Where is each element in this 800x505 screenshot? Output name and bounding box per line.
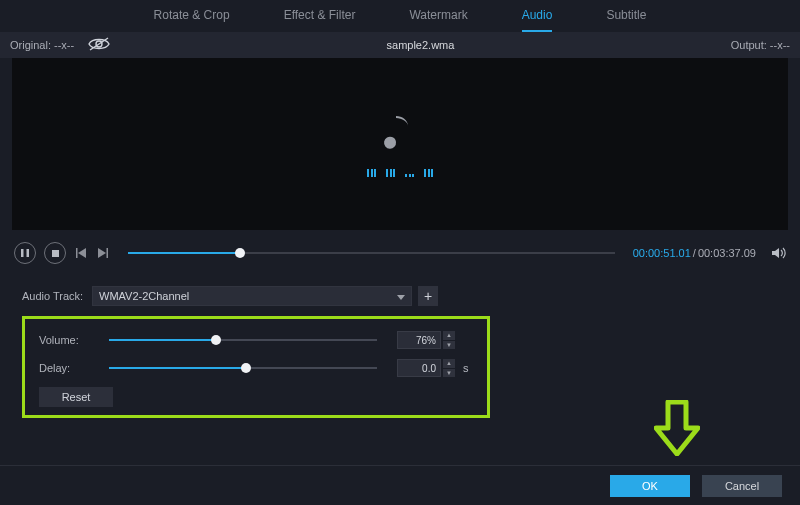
volume-value-input[interactable]: 76% (397, 331, 441, 349)
audio-track-select[interactable]: WMAV2-2Channel (92, 286, 412, 306)
svg-marker-7 (98, 248, 106, 258)
volume-spinner: ▲ ▼ (443, 331, 455, 349)
delay-label: Delay: (39, 362, 109, 374)
cancel-button[interactable]: Cancel (702, 475, 782, 497)
svg-rect-5 (76, 248, 78, 258)
duration-time: 00:03:37.09 (698, 247, 756, 259)
svg-rect-8 (107, 248, 109, 258)
preview-toggle-icon[interactable] (88, 37, 110, 53)
svg-marker-9 (772, 248, 779, 258)
progress-thumb[interactable] (235, 248, 245, 258)
delay-spinner: ▲ ▼ (443, 359, 455, 377)
svg-marker-6 (78, 248, 86, 258)
equalizer-icon (367, 169, 433, 177)
original-label: Original: --x-- (10, 39, 74, 51)
playback-bar: 00:00:51.01/00:03:37.09 (0, 230, 800, 276)
dialog-footer: OK Cancel (0, 465, 800, 505)
audio-settings: Audio Track: WMAV2-2Channel + Volume: 76… (0, 276, 800, 418)
stop-button[interactable] (44, 242, 66, 264)
audio-track-label: Audio Track: (22, 290, 92, 302)
volume-icon[interactable] (772, 246, 786, 260)
output-label: Output: --x-- (731, 39, 790, 51)
delay-unit-label: s (463, 362, 469, 374)
dropdown-arrow-icon (397, 290, 405, 302)
progress-slider[interactable] (128, 252, 615, 254)
tab-audio[interactable]: Audio (522, 8, 553, 32)
play-pause-button[interactable] (14, 242, 36, 264)
volume-step-down[interactable]: ▼ (443, 341, 455, 350)
volume-step-up[interactable]: ▲ (443, 331, 455, 341)
music-note-icon (382, 112, 418, 155)
preview-pane (12, 58, 788, 230)
ok-button[interactable]: OK (610, 475, 690, 497)
volume-label: Volume: (39, 334, 109, 346)
current-time: 00:00:51.01 (633, 247, 691, 259)
filename-label: sample2.wma (387, 39, 455, 51)
next-frame-button[interactable] (96, 246, 110, 260)
tab-bar: Rotate & Crop Effect & Filter Watermark … (0, 0, 800, 32)
delay-step-down[interactable]: ▼ (443, 369, 455, 378)
volume-slider-thumb[interactable] (211, 335, 221, 345)
tab-rotate-crop[interactable]: Rotate & Crop (154, 8, 230, 32)
tab-effect-filter[interactable]: Effect & Filter (284, 8, 356, 32)
volume-slider[interactable] (109, 339, 377, 341)
svg-rect-2 (21, 249, 24, 257)
delay-slider-thumb[interactable] (241, 363, 251, 373)
info-bar: Original: --x-- sample2.wma Output: --x-… (0, 32, 800, 58)
audio-track-value: WMAV2-2Channel (99, 290, 189, 302)
arrow-annotation (654, 400, 700, 459)
timecode-display: 00:00:51.01/00:03:37.09 (633, 247, 756, 259)
tab-subtitle[interactable]: Subtitle (606, 8, 646, 32)
tab-watermark[interactable]: Watermark (409, 8, 467, 32)
reset-button[interactable]: Reset (39, 387, 113, 407)
svg-marker-10 (397, 295, 405, 300)
delay-value-input[interactable]: 0.0 (397, 359, 441, 377)
delay-slider[interactable] (109, 367, 377, 369)
highlight-annotation: Volume: 76% ▲ ▼ Delay: 0.0 ▲ ▼ s (22, 316, 490, 418)
svg-rect-4 (52, 250, 59, 257)
add-audio-track-button[interactable]: + (418, 286, 438, 306)
svg-rect-3 (27, 249, 30, 257)
delay-step-up[interactable]: ▲ (443, 359, 455, 369)
prev-frame-button[interactable] (74, 246, 88, 260)
